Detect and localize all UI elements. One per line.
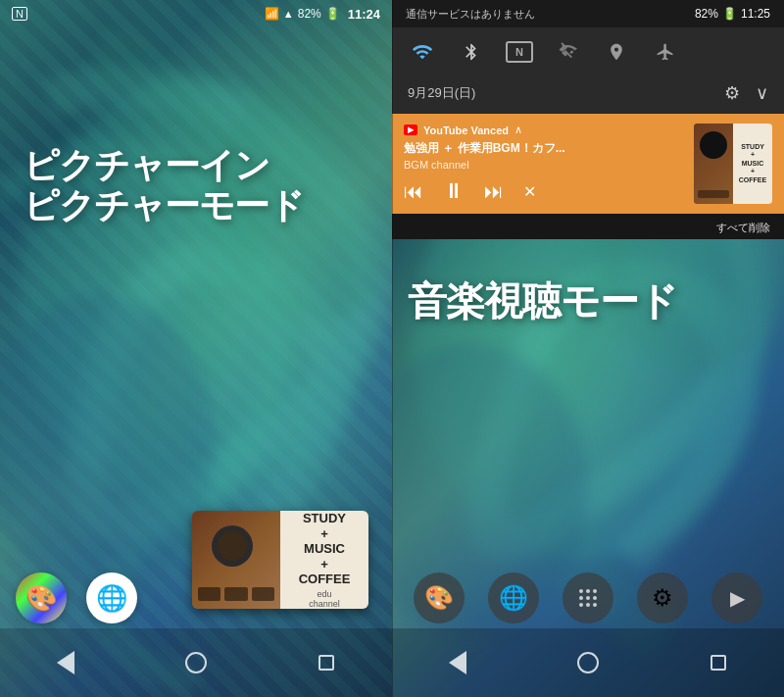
battery-text: 82% (298, 7, 321, 21)
chrome-app-icon[interactable]: 🌐 (86, 573, 137, 623)
back-icon (57, 651, 74, 674)
battery-percent: 82% (695, 7, 718, 21)
service-text: 通信サービスはありません (406, 7, 535, 22)
pip-items-bottom (198, 587, 274, 601)
back-button[interactable] (46, 643, 85, 682)
close-button[interactable]: ✕ (523, 182, 536, 201)
right-time: 11:25 (741, 7, 770, 21)
play-right-icon[interactable]: ▶ (711, 573, 762, 623)
signal-icon: 📶 (265, 7, 279, 21)
next-button[interactable]: ⏭ (484, 180, 504, 203)
airplane-qs-icon[interactable] (651, 37, 680, 67)
date-icons: ⚙ ∨ (724, 82, 768, 104)
chrome-right-icon[interactable]: 🌐 (488, 573, 539, 623)
pip-item-1 (198, 587, 220, 601)
svg-point-14 (593, 603, 597, 607)
home-icon (185, 652, 207, 673)
quick-settings: N (392, 27, 784, 76)
wifi-off-qs-icon[interactable] (553, 37, 582, 67)
pip-text-line1: ピクチャーイン (24, 145, 368, 185)
bluetooth-qs-icon[interactable] (457, 37, 486, 67)
pip-item-2 (224, 587, 247, 601)
right-status-right: 82% 🔋 11:25 (695, 7, 770, 21)
pip-coffee-cup (212, 525, 253, 567)
battery-icon: 🔋 (325, 7, 340, 21)
left-main-text: ピクチャーイン ピクチャーモード (0, 27, 392, 226)
music-notif-content: ▶ YouTube Vanced ∧ 勉強用 ＋ 作業用BGM！カフ... BG… (404, 124, 684, 204)
svg-point-6 (579, 589, 583, 593)
clear-all-row: すべて削除 (392, 214, 784, 239)
pause-button[interactable]: ⏸ (443, 178, 465, 204)
music-source-name: YouTube Vanced (423, 124, 509, 136)
pip-coffee-inner (218, 531, 247, 561)
thumb-coffee (694, 124, 733, 204)
left-panel: N 📶 ▲ 82% 🔋 11:24 ピクチャーイン ピクチャーモード (0, 0, 392, 697)
date-row: 9月29日(日) ⚙ ∨ (392, 76, 784, 114)
expand-music-icon[interactable]: ∧ (514, 124, 522, 136)
wifi-icon: ▲ (283, 8, 294, 20)
thumb-text-area: STUDY+MUSIC+COFFEE (733, 124, 772, 204)
recents-icon (318, 655, 334, 671)
right-main-text: 音楽視聴モード (392, 239, 784, 324)
svg-point-11 (593, 596, 597, 600)
clear-all-button[interactable]: すべて削除 (716, 222, 770, 233)
right-status-bar: 通信サービスはありません 82% 🔋 11:25 (392, 0, 784, 27)
photos-app-icon[interactable]: 🎨 (16, 573, 67, 623)
music-thumbnail: STUDY+MUSIC+COFFEE (694, 124, 772, 204)
left-status-left: N (12, 7, 27, 21)
music-mode-text: 音楽視聴モード (408, 279, 677, 323)
right-back-button[interactable] (438, 643, 477, 682)
battery-icon: 🔋 (722, 7, 737, 21)
right-app-icons: 🎨 🌐 ⚙ ▶ (392, 573, 784, 623)
left-app-icons: 🎨 🌐 (16, 573, 137, 623)
music-channel: BGM channel (404, 159, 684, 171)
music-notification[interactable]: ▶ YouTube Vanced ∧ 勉強用 ＋ 作業用BGM！カフ... BG… (392, 114, 784, 214)
music-source-row: ▶ YouTube Vanced ∧ (404, 124, 684, 136)
svg-point-13 (586, 603, 590, 607)
music-controls: ⏮ ⏸ ⏭ ✕ (404, 178, 684, 204)
thumb-study-text: STUDY+MUSIC+COFFEE (739, 143, 766, 184)
left-status-bar: N 📶 ▲ 82% 🔋 11:24 (0, 0, 392, 27)
svg-point-12 (579, 603, 583, 607)
pip-left (192, 511, 280, 609)
svg-point-10 (586, 596, 590, 600)
settings-icon[interactable]: ⚙ (724, 82, 740, 104)
left-time: 11:24 (348, 7, 380, 22)
nfc-icon: N (12, 7, 27, 21)
svg-point-8 (593, 589, 597, 593)
right-recents-icon (710, 655, 726, 671)
svg-point-7 (586, 589, 590, 593)
settings-right-icon[interactable]: ⚙ (637, 573, 688, 623)
expand-icon[interactable]: ∨ (756, 82, 768, 104)
prev-button[interactable]: ⏮ (404, 180, 423, 203)
launcher-right-icon[interactable] (563, 573, 613, 623)
right-recents-button[interactable] (699, 643, 738, 682)
right-home-icon (577, 652, 599, 673)
pip-channel-text: educhannel (309, 589, 340, 609)
location-qs-icon[interactable] (602, 37, 631, 67)
nfc-qs-icon[interactable]: N (506, 41, 533, 63)
music-title: 勉強用 ＋ 作業用BGM！カフ... (404, 140, 684, 157)
recents-button[interactable] (307, 643, 346, 682)
home-button[interactable] (176, 643, 216, 682)
right-panel: 通信サービスはありません 82% 🔋 11:25 N (392, 0, 784, 697)
pip-right: STUDY+MUSIC+COFFEE educhannel (280, 511, 368, 609)
notification-shade: 通信サービスはありません 82% 🔋 11:25 N (392, 0, 784, 239)
svg-point-9 (579, 596, 583, 600)
right-home-button[interactable] (568, 643, 608, 682)
thumb-coffee-cup (700, 131, 727, 159)
wifi-qs-icon[interactable] (408, 37, 437, 67)
pip-text-line2: ピクチャーモード (24, 185, 368, 225)
youtube-logo: ▶ (404, 124, 417, 135)
pip-study-text: STUDY+MUSIC+COFFEE (299, 511, 351, 587)
pip-thumbnail[interactable]: STUDY+MUSIC+COFFEE educhannel (192, 511, 368, 609)
right-bottom-nav (392, 628, 784, 697)
panel-divider (392, 0, 393, 697)
left-status-right: 📶 ▲ 82% 🔋 11:24 (265, 7, 380, 22)
photos-right-icon[interactable]: 🎨 (414, 573, 465, 623)
date-text: 9月29日(日) (408, 84, 475, 102)
left-bottom-nav (0, 628, 392, 697)
pip-item-3 (252, 587, 274, 601)
right-back-icon (449, 651, 466, 674)
